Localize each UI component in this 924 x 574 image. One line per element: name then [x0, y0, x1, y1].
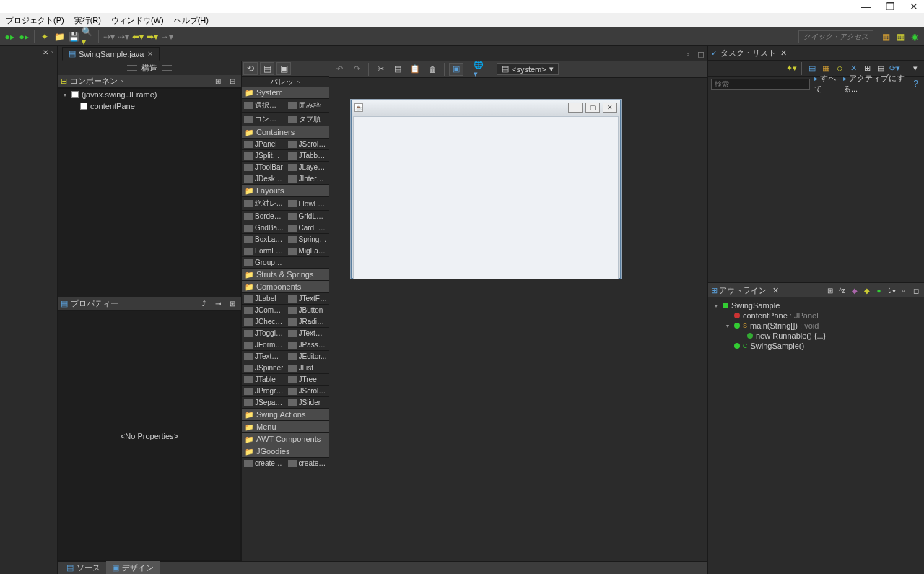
- jframe-close-icon[interactable]: ✕: [603, 103, 617, 113]
- nav-drop2-icon[interactable]: ⇢▾: [117, 30, 130, 43]
- menu-help[interactable]: ヘルプ(H): [174, 15, 209, 26]
- task-new-icon[interactable]: ✦▾: [785, 63, 797, 74]
- close-tab-icon[interactable]: ✕: [147, 50, 153, 58]
- palette-item[interactable]: GroupL...: [242, 257, 286, 268]
- palette-item[interactable]: JPassw...: [286, 339, 330, 350]
- editor-min-icon[interactable]: ▫: [681, 48, 694, 61]
- design-canvas[interactable]: ☕ — ▢ ✕: [329, 78, 707, 551]
- tab-source[interactable]: ▤ソース: [61, 561, 106, 574]
- menu-run[interactable]: 実行(R): [74, 15, 101, 26]
- left-gutter-close[interactable]: ✕ ▫: [0, 46, 57, 58]
- palette-item[interactable]: JSlider: [286, 397, 330, 408]
- outline-item-class[interactable]: ▾ SwingSample: [711, 300, 921, 310]
- palette-item[interactable]: GridBa...: [242, 222, 286, 233]
- globe-icon[interactable]: 🌐▾: [473, 63, 487, 76]
- pal-btn1-icon[interactable]: ⟲: [243, 62, 258, 75]
- palette-item[interactable]: JSplitPa...: [242, 150, 286, 161]
- palette-cat-jgoodies[interactable]: 📁JGoodies: [242, 445, 329, 458]
- palette-item[interactable]: JSpinner: [242, 362, 286, 373]
- palette-cat-menu[interactable]: 📁Menu: [242, 421, 329, 433]
- undo-icon[interactable]: ↶: [332, 63, 346, 76]
- open-icon[interactable]: 📁: [53, 30, 66, 43]
- nav-fwd-icon[interactable]: ➡▾: [146, 30, 159, 43]
- new-icon[interactable]: ✦: [38, 30, 51, 43]
- delete-icon[interactable]: 🗑: [425, 63, 440, 76]
- palette-item[interactable]: JToolBar: [242, 162, 286, 173]
- palette-item[interactable]: JList: [286, 362, 330, 373]
- palette-item[interactable]: 絶対レ...: [242, 197, 286, 210]
- palette-item[interactable]: 囲み枠: [286, 99, 330, 112]
- outline-btn4-icon[interactable]: ◆: [861, 285, 872, 295]
- outline-item-field[interactable]: contentPane : JPanel: [711, 310, 921, 321]
- nav-drop-icon[interactable]: ⇢▾: [103, 30, 116, 43]
- palette-item[interactable]: CardLa...: [286, 222, 330, 233]
- perspective-debug-icon[interactable]: ▦: [894, 30, 907, 43]
- palette-cat-swingactions[interactable]: 📁Swing Actions: [242, 409, 329, 421]
- outline-body[interactable]: ▾ SwingSample contentPane : JPanel ▾S ma…: [708, 297, 924, 354]
- outline-sort-icon[interactable]: ᴬz: [837, 285, 847, 295]
- pal-btn3-icon[interactable]: ▣: [276, 62, 291, 75]
- restore-button[interactable]: ❐: [886, 1, 895, 12]
- preview-icon[interactable]: ▣: [449, 63, 463, 76]
- palette-item[interactable]: createTi...: [286, 458, 330, 469]
- tree-item-jframe[interactable]: ▾ (javax.swing.JFrame): [58, 89, 240, 100]
- palette-item[interactable]: createL...: [242, 458, 286, 469]
- palette-item[interactable]: JPanel: [242, 139, 286, 149]
- palette-item[interactable]: FlowLa...: [286, 197, 330, 210]
- palette-cat-layouts[interactable]: 📁Layouts: [242, 185, 329, 197]
- collapse-all-icon[interactable]: ⊟: [227, 77, 238, 87]
- jframe-preview[interactable]: ☕ — ▢ ✕: [351, 100, 621, 279]
- editor-max-icon[interactable]: ◻: [694, 48, 707, 61]
- task-search-input[interactable]: [711, 79, 810, 90]
- palette-item[interactable]: JButton: [286, 305, 330, 316]
- palette-item[interactable]: JEditor...: [286, 351, 330, 362]
- palette-item[interactable]: JScrollBar: [286, 386, 330, 396]
- perspective-java-icon[interactable]: ▦: [879, 30, 892, 43]
- perspective-other-icon[interactable]: ◉: [908, 30, 921, 43]
- jframe-max-icon[interactable]: ▢: [585, 103, 600, 113]
- expand-all-icon[interactable]: ⊞: [212, 77, 224, 87]
- outline-min-icon[interactable]: ▫: [898, 285, 909, 295]
- close-button[interactable]: ✕: [910, 1, 918, 12]
- search-icon[interactable]: 🔍▾: [82, 30, 95, 43]
- minimize-button[interactable]: —: [861, 1, 871, 12]
- palette-body[interactable]: 📁System 選択範囲囲み枠 コンポー...タブ順 📁Containers J…: [242, 87, 329, 561]
- palette-item[interactable]: JRadioB...: [286, 316, 330, 327]
- task-menu-icon[interactable]: ▾: [910, 63, 921, 74]
- palette-item[interactable]: タブ順: [286, 113, 330, 126]
- outline-btn3-icon[interactable]: ◆: [849, 285, 860, 295]
- save-icon[interactable]: 💾: [67, 30, 80, 43]
- palette-item[interactable]: JTree: [286, 374, 330, 385]
- system-dropdown[interactable]: ▤ <system> ▾: [497, 63, 559, 75]
- outline-btn5-icon[interactable]: ●: [873, 285, 884, 295]
- outline-btn6-icon[interactable]: ⤹▾: [886, 285, 897, 295]
- palette-item[interactable]: JToggle...: [242, 328, 286, 339]
- palette-cat-struts[interactable]: 📁Struts & Springs: [242, 269, 329, 281]
- menu-project[interactable]: プロジェクト(P): [6, 15, 64, 26]
- outline-max-icon[interactable]: ◻: [910, 285, 921, 295]
- palette-cat-system[interactable]: 📁System: [242, 87, 329, 99]
- task-help-icon[interactable]: ?: [910, 77, 921, 90]
- palette-item[interactable]: GridLay...: [286, 211, 330, 222]
- prop-btn1-icon[interactable]: ⤴: [198, 299, 209, 309]
- palette-item[interactable]: JFormat...: [242, 339, 286, 350]
- menu-window[interactable]: ウィンドウ(W): [111, 15, 164, 26]
- component-tree[interactable]: ▾ (javax.swing.JFrame) contentPane: [58, 88, 241, 297]
- palette-item[interactable]: MigLay...: [286, 245, 330, 256]
- tasklist-close-icon[interactable]: ✕: [780, 48, 787, 58]
- palette-item[interactable]: JDeskto...: [242, 173, 286, 184]
- task-all-link[interactable]: ▸ すべて: [814, 73, 839, 95]
- redo-icon[interactable]: ↷: [349, 63, 364, 76]
- palette-item[interactable]: JTextFie...: [286, 293, 330, 304]
- palette-item[interactable]: 選択範囲: [242, 99, 286, 112]
- palette-item[interactable]: FormLa...: [242, 245, 286, 256]
- palette-item[interactable]: JComb...: [242, 305, 286, 316]
- task-activate-link[interactable]: ▸ アクティブにする...: [843, 73, 906, 95]
- debug-icon[interactable]: ●▸: [17, 30, 30, 43]
- pal-btn2-icon[interactable]: ▤: [260, 62, 274, 75]
- palette-item[interactable]: JTabbe...: [286, 150, 330, 161]
- outline-item-ctor[interactable]: C SwingSample(): [711, 341, 921, 351]
- quick-access-field[interactable]: クイック・アクセス: [798, 30, 873, 43]
- outline-btn1-icon[interactable]: ⊞: [824, 285, 835, 295]
- palette-item[interactable]: JProgre...: [242, 386, 286, 396]
